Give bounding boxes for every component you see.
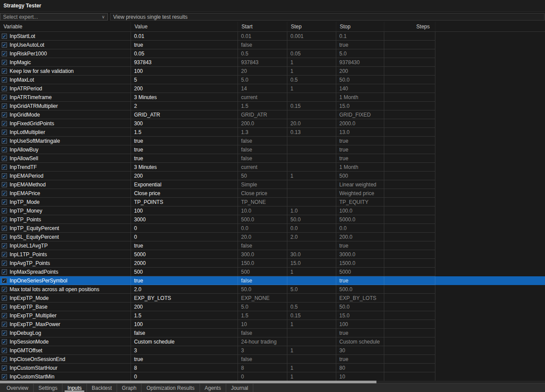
checkbox-checked-icon[interactable]: ✓: [2, 348, 7, 353]
table-row[interactable]: ✓ InpGridMode GRID_ATR GRID_ATR GRID_FIX…: [0, 110, 545, 119]
stop-cell[interactable]: TP_EQUITY: [336, 198, 384, 206]
start-cell[interactable]: 500: [238, 268, 287, 276]
step-cell[interactable]: 0.001: [287, 32, 336, 41]
start-cell[interactable]: 14: [238, 84, 287, 93]
checkbox-checked-icon[interactable]: ✓: [2, 374, 7, 379]
value-cell[interactable]: 0: [131, 372, 238, 381]
checkbox-checked-icon[interactable]: ✓: [2, 208, 7, 213]
stop-cell[interactable]: Weighted price: [336, 189, 384, 198]
stop-cell[interactable]: GRID_FIXED: [336, 110, 384, 119]
steps-cell[interactable]: [384, 259, 435, 268]
steps-cell[interactable]: [384, 311, 435, 320]
value-cell[interactable]: 3 Minutes: [131, 163, 238, 172]
stop-cell[interactable]: 100: [336, 320, 384, 329]
start-cell[interactable]: 500.0: [238, 215, 287, 224]
start-cell[interactable]: 200.0: [238, 119, 287, 128]
column-header-value[interactable]: Value: [131, 22, 238, 31]
checkbox-checked-icon[interactable]: ✓: [2, 357, 7, 362]
table-row[interactable]: ✓ InpEMAPeriod 200 50 1 500: [0, 172, 545, 180]
table-row[interactable]: ✓ InpUseSoftMartingale true false true: [0, 137, 545, 145]
stop-cell[interactable]: 200.0: [336, 233, 384, 241]
steps-cell[interactable]: [384, 137, 435, 145]
checkbox-checked-icon[interactable]: ✓: [2, 112, 7, 117]
stop-cell[interactable]: 2000.0: [336, 119, 384, 128]
checkbox-checked-icon[interactable]: ✓: [2, 121, 7, 126]
column-header-stop[interactable]: Stop: [336, 22, 384, 31]
table-row[interactable]: ✓ InpL1TP_Points 5000 300.0 30.0 3000.0: [0, 250, 545, 259]
stop-cell[interactable]: 15.0: [336, 311, 384, 320]
stop-cell[interactable]: 0.0: [336, 224, 384, 233]
steps-cell[interactable]: [384, 224, 435, 233]
step-cell[interactable]: [287, 163, 336, 172]
step-cell[interactable]: 1: [287, 372, 336, 381]
checkbox-checked-icon[interactable]: ✓: [2, 261, 7, 266]
table-row[interactable]: ✓ InpStartLot 0.01 0.01 0.001 0.1: [0, 32, 545, 41]
step-cell[interactable]: [287, 137, 336, 145]
checkbox-checked-icon[interactable]: ✓: [2, 60, 7, 65]
checkbox-checked-icon[interactable]: ✓: [2, 269, 7, 275]
value-cell[interactable]: 500: [131, 268, 238, 276]
table-row[interactable]: ✓ InpMagic 937843 937843 1 9378430: [0, 58, 545, 67]
checkbox-checked-icon[interactable]: ✓: [2, 330, 7, 336]
step-cell[interactable]: 30.0: [287, 250, 336, 259]
table-row[interactable]: ✓ InpSessionMode Custom schedule 24-hour…: [0, 337, 545, 346]
steps-cell[interactable]: [384, 372, 435, 381]
start-cell[interactable]: GRID_ATR: [238, 110, 287, 119]
checkbox-checked-icon[interactable]: ✓: [2, 95, 7, 100]
value-cell[interactable]: Custom schedule: [131, 337, 238, 346]
steps-cell[interactable]: [384, 163, 435, 172]
checkbox-checked-icon[interactable]: ✓: [2, 156, 7, 161]
stop-cell[interactable]: Custom schedule: [336, 337, 384, 346]
step-cell[interactable]: [287, 337, 336, 346]
steps-cell[interactable]: [384, 102, 435, 110]
step-cell[interactable]: 1: [287, 268, 336, 276]
stop-cell[interactable]: 80: [336, 364, 384, 372]
start-cell[interactable]: 150.0: [238, 259, 287, 268]
start-cell[interactable]: false: [238, 355, 287, 364]
checkbox-checked-icon[interactable]: ✓: [2, 69, 7, 74]
start-cell[interactable]: 5.0: [238, 76, 287, 84]
table-row[interactable]: ✓ Keep low for safe validation 100 20 1 …: [0, 67, 545, 76]
steps-cell[interactable]: [384, 215, 435, 224]
table-row[interactable]: ✓ Max total lots across all open positio…: [0, 285, 545, 294]
step-cell[interactable]: [287, 294, 336, 303]
start-cell[interactable]: false: [238, 145, 287, 154]
table-row[interactable]: ✓ InpCustomStartHour 8 8 1 80: [0, 364, 545, 372]
checkbox-checked-icon[interactable]: ✓: [2, 130, 7, 135]
step-cell[interactable]: 1: [287, 67, 336, 76]
tab-graph[interactable]: Graph: [117, 384, 141, 392]
checkbox-checked-icon[interactable]: ✓: [2, 287, 7, 292]
start-cell[interactable]: 10: [238, 320, 287, 329]
table-row[interactable]: ✓ InpExpTP_MaxPower 100 10 1 100: [0, 320, 545, 329]
start-cell[interactable]: 0.5: [238, 49, 287, 58]
checkbox-checked-icon[interactable]: ✓: [2, 365, 7, 371]
value-cell[interactable]: false: [131, 329, 238, 337]
step-cell[interactable]: 1: [287, 320, 336, 329]
step-cell[interactable]: 1: [287, 346, 336, 355]
checkbox-checked-icon[interactable]: ✓: [2, 252, 7, 257]
steps-cell[interactable]: [384, 198, 435, 206]
stop-cell[interactable]: 1 Month: [336, 163, 384, 172]
steps-cell[interactable]: [384, 294, 435, 303]
table-row[interactable]: ✓ InpMaxSpreadPoints 500 500 1 5000: [0, 268, 545, 276]
stop-cell[interactable]: 5.0: [336, 49, 384, 58]
start-cell[interactable]: 20: [238, 67, 287, 76]
steps-cell[interactable]: [384, 303, 435, 311]
stop-cell[interactable]: true: [336, 137, 384, 145]
steps-cell[interactable]: [384, 276, 435, 285]
value-cell[interactable]: true: [131, 355, 238, 364]
start-cell[interactable]: 24-hour trading: [238, 337, 287, 346]
steps-cell[interactable]: [384, 154, 435, 163]
step-cell[interactable]: 1.0: [287, 206, 336, 215]
steps-cell[interactable]: [384, 337, 435, 346]
table-row[interactable]: ✓ InpAllowSell true false true: [0, 154, 545, 163]
stop-cell[interactable]: 140: [336, 84, 384, 93]
steps-cell[interactable]: [384, 364, 435, 372]
stop-cell[interactable]: true: [336, 145, 384, 154]
start-cell[interactable]: EXP_NONE: [238, 294, 287, 303]
steps-cell[interactable]: [384, 32, 435, 41]
step-cell[interactable]: 0.0: [287, 224, 336, 233]
steps-cell[interactable]: [384, 250, 435, 259]
steps-cell[interactable]: [384, 58, 435, 67]
value-cell[interactable]: 8: [131, 364, 238, 372]
